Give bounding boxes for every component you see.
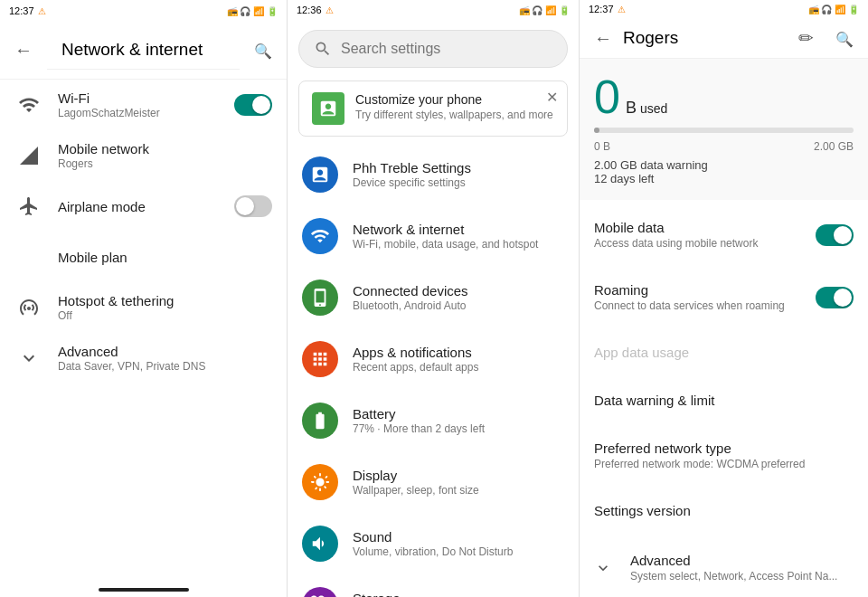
airplane-toggle-wrap[interactable] (234, 195, 272, 217)
settings-item-apps[interactable]: Apps & notifications Recent apps, defaul… (288, 328, 579, 390)
mobile-data-toggle[interactable] (816, 224, 854, 246)
status-left-2: 12:36 ⚠ (297, 5, 334, 15)
mobile-title: Mobile network (58, 141, 272, 156)
promo-text: Customize your phone Try different style… (355, 92, 553, 121)
menu-item-hotspot[interactable]: Hotspot & tethering Off (0, 282, 287, 333)
search-bar[interactable] (298, 30, 568, 68)
expand-button[interactable] (580, 550, 627, 586)
airplane-text: Airplane mode (58, 199, 220, 214)
devices-sub: Bluetooth, Android Auto (353, 299, 468, 312)
advanced-net-sub: System select, Network, Access Point Na.… (630, 570, 854, 583)
app-data-title: App data usage (594, 345, 854, 360)
roaming-row[interactable]: Roaming Connect to data services when ro… (580, 270, 868, 325)
search-button-1[interactable] (254, 40, 272, 61)
settings-list: Phh Treble Settings Device specific sett… (288, 144, 579, 597)
airplane-title: Airplane mode (58, 199, 220, 214)
status-icons-1: 📻 🎧 📶 🔋 (227, 6, 278, 16)
panel-rogers: 12:37 ⚠ 📻 🎧 📶 🔋 Rogers 0 B used 0 B 2.00… (580, 0, 868, 597)
app-data-row: App data usage (580, 332, 868, 373)
status-icons-2: 📻 🎧 📶 🔋 (519, 5, 570, 15)
advanced-text: Advanced Data Saver, VPN, Private DNS (58, 344, 272, 373)
roaming-title: Roaming (594, 282, 816, 298)
mobile-plan-title: Mobile plan (58, 250, 272, 265)
range-start: 0 B (594, 140, 610, 153)
search-button-3[interactable] (835, 28, 854, 49)
devices-title: Connected devices (353, 283, 468, 298)
promo-sub: Try different styles, wallpapers, and mo… (355, 109, 553, 121)
settings-item-sound[interactable]: Sound Volume, vibration, Do Not Disturb (288, 513, 579, 574)
settings-item-battery[interactable]: Battery 77% · More than 2 days left (288, 390, 579, 451)
network-sub: Wi-Fi, mobile, data usage, and hotspot (353, 238, 538, 251)
wifi-icon (14, 90, 43, 119)
storage-text: Storage 32% used · 43.05 GB free (353, 591, 477, 597)
advanced-icon (14, 344, 43, 373)
display-title: Display (353, 468, 479, 483)
settings-version-row[interactable]: Settings version (580, 490, 868, 531)
apps-sub: Recent apps, default apps (353, 361, 478, 374)
menu-item-wifi[interactable]: Wi-Fi LagomSchatzMeister (0, 80, 287, 130)
status-left-1: 12:37 ⚠ (9, 5, 46, 16)
data-range: 0 B 2.00 GB (594, 140, 854, 153)
apps-title: Apps & notifications (353, 345, 478, 360)
phh-title: Phh Treble Settings (353, 160, 471, 175)
status-right-1: 📻 🎧 📶 🔋 (227, 6, 278, 16)
back-button-3[interactable] (594, 28, 612, 49)
roaming-toggle[interactable] (816, 287, 854, 308)
devices-icon (302, 280, 338, 316)
menu-item-mobile-plan[interactable]: Mobile plan (0, 232, 287, 282)
battery-title: Battery (353, 406, 485, 422)
advanced-title: Advanced (58, 344, 272, 359)
mobile-data-text: Mobile data Access data using mobile net… (594, 220, 816, 250)
network-type-row[interactable]: Preferred network type Preferred network… (580, 428, 868, 483)
airplane-icon (14, 192, 43, 221)
network-text: Network & internet Wi-Fi, mobile, data u… (353, 222, 538, 251)
mobile-icon (14, 141, 43, 170)
devices-text: Connected devices Bluetooth, Android Aut… (353, 283, 468, 312)
mobile-data-row[interactable]: Mobile data Access data using mobile net… (580, 207, 868, 262)
search-wrap (288, 21, 579, 77)
hotspot-title: Hotspot & tethering (58, 293, 272, 308)
alert-icon-2: ⚠ (326, 5, 334, 15)
status-left-3: 12:37 ⚠ (589, 4, 626, 14)
data-label: used (640, 101, 667, 116)
advanced-row-wrap: Advanced System select, Network, Access … (580, 538, 868, 597)
mobile-text: Mobile network Rogers (58, 141, 272, 170)
data-warning-row[interactable]: Data warning & limit (580, 380, 868, 421)
apps-text: Apps & notifications Recent apps, defaul… (353, 345, 478, 374)
search-input[interactable] (341, 41, 552, 57)
settings-version-title: Settings version (594, 503, 854, 518)
promo-close-button[interactable]: ✕ (546, 89, 558, 106)
settings-item-display[interactable]: Display Wallpaper, sleep, font size (288, 451, 579, 513)
advanced-net-row[interactable]: Advanced System select, Network, Access … (627, 540, 868, 595)
time-3: 12:37 (589, 4, 614, 14)
battery-icon (302, 403, 338, 439)
chevron-down-icon (594, 559, 612, 577)
sound-sub: Volume, vibration, Do Not Disturb (353, 545, 513, 558)
airplane-toggle[interactable] (234, 195, 272, 217)
settings-item-storage[interactable]: Storage 32% used · 43.05 GB free (288, 574, 579, 597)
wifi-text: Wi-Fi LagomSchatzMeister (58, 90, 220, 119)
wifi-toggle-wrap[interactable] (234, 94, 272, 116)
settings-item-network[interactable]: Network & internet Wi-Fi, mobile, data u… (288, 205, 579, 267)
wifi-toggle[interactable] (234, 94, 272, 116)
wifi-sub: LagomSchatzMeister (58, 107, 220, 119)
status-icons-3: 📻 🎧 📶 🔋 (808, 5, 859, 14)
settings-item-devices[interactable]: Connected devices Bluetooth, Android Aut… (288, 267, 579, 328)
menu-item-airplane[interactable]: Airplane mode (0, 181, 287, 232)
mobile-plan-icon (14, 242, 43, 271)
storage-title: Storage (353, 591, 477, 597)
menu-item-mobile[interactable]: Mobile network Rogers (0, 130, 287, 181)
menu-item-advanced[interactable]: Advanced Data Saver, VPN, Private DNS (0, 333, 287, 384)
network-icon (302, 218, 338, 254)
display-text: Display Wallpaper, sleep, font size (353, 468, 479, 497)
settings-item-phh[interactable]: Phh Treble Settings Device specific sett… (288, 144, 579, 205)
panel1-header: Network & internet (0, 22, 287, 80)
data-number: 0 (594, 73, 620, 120)
edit-button[interactable] (798, 27, 814, 49)
panel1-title: Network & internet (47, 31, 240, 70)
status-bar-1: 12:37 ⚠ 📻 🎧 📶 🔋 (0, 0, 287, 22)
back-button-1[interactable] (14, 40, 33, 61)
data-progress-bg (594, 128, 854, 133)
status-bar-2: 12:36 ⚠ 📻 🎧 📶 🔋 (288, 0, 579, 21)
phh-icon (302, 156, 338, 193)
